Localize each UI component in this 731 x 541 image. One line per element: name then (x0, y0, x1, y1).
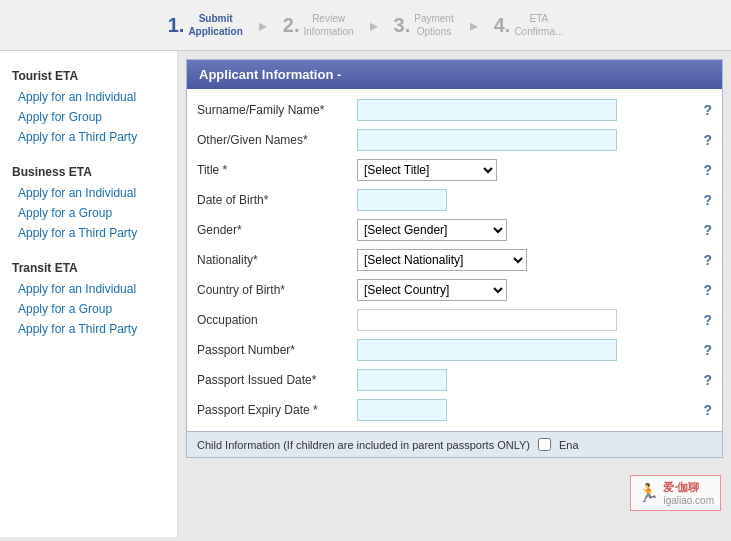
step-1-number: 1. (168, 14, 185, 37)
sidebar-item-tourist-individual[interactable]: Apply for an Individual (0, 87, 177, 107)
help-gender[interactable]: ? (688, 222, 712, 238)
help-passport-issued[interactable]: ? (688, 372, 712, 388)
input-other-names[interactable] (357, 129, 617, 151)
sidebar: Tourist ETA Apply for an Individual Appl… (0, 51, 178, 537)
row-passport-issued: Passport Issued Date* ? (197, 365, 712, 395)
label-gender: Gender* (197, 223, 357, 237)
select-nationality[interactable]: [Select Nationality] (357, 249, 527, 271)
section-title-transit: Transit ETA (0, 253, 177, 279)
row-country-birth: Country of Birth* [Select Country] ? (197, 275, 712, 305)
child-info-text: Child Information (If children are inclu… (197, 439, 530, 451)
row-dob: Date of Birth* ? (197, 185, 712, 215)
sidebar-item-tourist-group[interactable]: Apply for Group (0, 107, 177, 127)
applicant-form: Surname/Family Name* ? Other/Given Names… (187, 89, 722, 431)
field-passport-number (357, 339, 688, 361)
sidebar-item-transit-individual[interactable]: Apply for an Individual (0, 279, 177, 299)
help-passport-number[interactable]: ? (688, 342, 712, 358)
label-passport-number: Passport Number* (197, 343, 357, 357)
row-gender: Gender* [Select Gender] Male Female ? (197, 215, 712, 245)
field-occupation (357, 309, 688, 331)
row-nationality: Nationality* [Select Nationality] ? (197, 245, 712, 275)
help-nationality[interactable]: ? (688, 252, 712, 268)
input-dob[interactable] (357, 189, 447, 211)
help-surname[interactable]: ? (688, 102, 712, 118)
label-passport-issued: Passport Issued Date* (197, 373, 357, 387)
help-occupation[interactable]: ? (688, 312, 712, 328)
sidebar-item-tourist-third-party[interactable]: Apply for a Third Party (0, 127, 177, 147)
step-1-label: SubmitApplication (188, 12, 242, 38)
step-divider-3: ▸ (470, 16, 478, 35)
field-other-names (357, 129, 688, 151)
panel-header: Applicant Information - (187, 60, 722, 89)
step-divider-2: ▸ (370, 16, 378, 35)
input-occupation[interactable] (357, 309, 617, 331)
section-title-tourist: Tourist ETA (0, 61, 177, 87)
field-passport-issued (357, 369, 688, 391)
step-4-number: 4. (494, 14, 511, 37)
section-title-business: Business ETA (0, 157, 177, 183)
help-country-birth[interactable]: ? (688, 282, 712, 298)
field-nationality: [Select Nationality] (357, 249, 688, 271)
input-passport-issued[interactable] (357, 369, 447, 391)
label-country-birth: Country of Birth* (197, 283, 357, 297)
help-dob[interactable]: ? (688, 192, 712, 208)
sidebar-item-business-group[interactable]: Apply for a Group (0, 203, 177, 223)
row-title: Title * [Select Title] Mr Mrs Ms Dr ? (197, 155, 712, 185)
field-dob (357, 189, 688, 211)
select-gender[interactable]: [Select Gender] Male Female (357, 219, 507, 241)
progress-step-4[interactable]: 4. ETAConfirma... (478, 8, 580, 42)
label-passport-expiry: Passport Expiry Date * (197, 403, 357, 417)
sidebar-item-transit-third-party[interactable]: Apply for a Third Party (0, 319, 177, 339)
enable-label: Ena (559, 439, 579, 451)
label-other-names: Other/Given Names* (197, 133, 357, 147)
progress-step-1[interactable]: 1. SubmitApplication (152, 8, 259, 42)
select-title[interactable]: [Select Title] Mr Mrs Ms Dr (357, 159, 497, 181)
step-2-number: 2. (283, 14, 300, 37)
row-passport-number: Passport Number* ? (197, 335, 712, 365)
field-passport-expiry (357, 399, 688, 421)
label-dob: Date of Birth* (197, 193, 357, 207)
content-area: Applicant Information - Surname/Family N… (178, 51, 731, 537)
input-passport-number[interactable] (357, 339, 617, 361)
label-title: Title * (197, 163, 357, 177)
field-country-birth: [Select Country] (357, 279, 688, 301)
sidebar-item-business-third-party[interactable]: Apply for a Third Party (0, 223, 177, 243)
select-country-birth[interactable]: [Select Country] (357, 279, 507, 301)
row-surname: Surname/Family Name* ? (197, 95, 712, 125)
field-surname (357, 99, 688, 121)
step-4-label: ETAConfirma... (514, 12, 563, 38)
field-gender: [Select Gender] Male Female (357, 219, 688, 241)
label-occupation: Occupation (197, 313, 357, 327)
main-container: Tourist ETA Apply for an Individual Appl… (0, 51, 731, 537)
help-other-names[interactable]: ? (688, 132, 712, 148)
label-surname: Surname/Family Name* (197, 103, 357, 117)
row-other-names: Other/Given Names* ? (197, 125, 712, 155)
field-title: [Select Title] Mr Mrs Ms Dr (357, 159, 688, 181)
applicant-panel: Applicant Information - Surname/Family N… (186, 59, 723, 458)
sidebar-item-transit-group[interactable]: Apply for a Group (0, 299, 177, 319)
label-nationality: Nationality* (197, 253, 357, 267)
step-3-label: PaymentOptions (414, 12, 453, 38)
step-divider-1: ▸ (259, 16, 267, 35)
help-title[interactable]: ? (688, 162, 712, 178)
progress-bar: 1. SubmitApplication ▸ 2. ReviewInformat… (0, 0, 731, 51)
sidebar-item-business-individual[interactable]: Apply for an Individual (0, 183, 177, 203)
input-surname[interactable] (357, 99, 617, 121)
step-2-label: ReviewInformation (304, 12, 354, 38)
input-passport-expiry[interactable] (357, 399, 447, 421)
help-passport-expiry[interactable]: ? (688, 402, 712, 418)
row-occupation: Occupation ? (197, 305, 712, 335)
child-info-checkbox[interactable] (538, 438, 551, 451)
progress-step-2[interactable]: 2. ReviewInformation (267, 8, 370, 42)
progress-step-3[interactable]: 3. PaymentOptions (378, 8, 470, 42)
step-3-number: 3. (394, 14, 411, 37)
child-info-bar: Child Information (If children are inclu… (187, 431, 722, 457)
row-passport-expiry: Passport Expiry Date * ? (197, 395, 712, 425)
